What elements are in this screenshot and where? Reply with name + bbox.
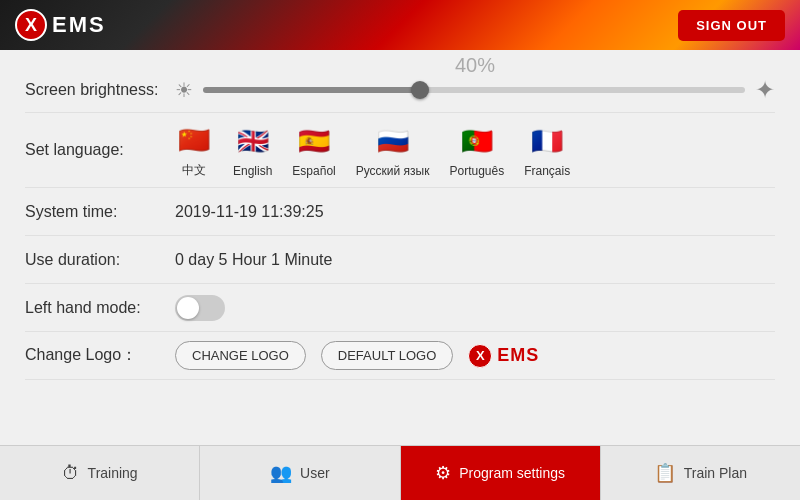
system-time-value: 2019-11-19 11:39:25 bbox=[175, 203, 324, 221]
left-hand-label: Left hand mode: bbox=[25, 299, 175, 317]
brightness-row: Screen brightness: 40% ☀ ✦ bbox=[25, 65, 775, 113]
ems-x-icon-small: X bbox=[468, 344, 492, 368]
nav-user-label: User bbox=[300, 465, 330, 481]
use-duration-value: 0 day 5 Hour 1 Minute bbox=[175, 251, 332, 269]
flag-pt: 🇵🇹 bbox=[458, 123, 496, 161]
flag-ru: 🇷🇺 bbox=[374, 123, 412, 161]
settings-icon: ⚙ bbox=[435, 462, 451, 484]
lang-option-zh[interactable]: 🇨🇳 中文 bbox=[175, 121, 213, 179]
slider-thumb bbox=[411, 81, 429, 99]
lang-option-fr[interactable]: 🇫🇷 Français bbox=[524, 123, 570, 178]
bottom-nav: ⏱ Training 👥 User ⚙ Program settings 📋 T… bbox=[0, 445, 800, 500]
left-hand-row: Left hand mode: bbox=[25, 284, 775, 332]
lang-name-ru: Русский язык bbox=[356, 164, 430, 178]
logo-area: X EMS bbox=[15, 9, 106, 41]
brightness-container: 40% ☀ ✦ bbox=[175, 76, 775, 104]
lang-name-pt: Português bbox=[449, 164, 504, 178]
system-time-label: System time: bbox=[25, 203, 175, 221]
flag-fr: 🇫🇷 bbox=[528, 123, 566, 161]
lang-name-es: Español bbox=[292, 164, 335, 178]
default-logo-button[interactable]: DEFAULT LOGO bbox=[321, 341, 454, 370]
nav-program-settings-label: Program settings bbox=[459, 465, 565, 481]
brightness-value: 40% bbox=[455, 54, 495, 77]
lang-option-ru[interactable]: 🇷🇺 Русский язык bbox=[356, 123, 430, 178]
sign-out-button[interactable]: SIGN OUT bbox=[678, 10, 785, 41]
use-duration-row: Use duration: 0 day 5 Hour 1 Minute bbox=[25, 236, 775, 284]
brightness-label: Screen brightness: bbox=[25, 81, 175, 99]
sun-large-icon: ✦ bbox=[755, 76, 775, 104]
header: X EMS SIGN OUT bbox=[0, 0, 800, 50]
main-content: Screen brightness: 40% ☀ ✦ Set language:… bbox=[0, 50, 800, 445]
ems-text-small: EMS bbox=[497, 345, 539, 366]
user-icon: 👥 bbox=[270, 462, 292, 484]
sun-small-icon: ☀ bbox=[175, 78, 193, 102]
flag-en: 🇬🇧 bbox=[234, 123, 272, 161]
toggle-knob bbox=[177, 297, 199, 319]
lang-name-zh: 中文 bbox=[182, 162, 206, 179]
language-options: 🇨🇳 中文 🇬🇧 English 🇪🇸 Español 🇷🇺 Русский я… bbox=[175, 121, 570, 179]
change-logo-row: Change Logo： CHANGE LOGO DEFAULT LOGO X … bbox=[25, 332, 775, 380]
train-plan-icon: 📋 bbox=[654, 462, 676, 484]
lang-name-fr: Français bbox=[524, 164, 570, 178]
lang-option-es[interactable]: 🇪🇸 Español bbox=[292, 123, 335, 178]
nav-training-label: Training bbox=[88, 465, 138, 481]
ems-logo-small: X EMS bbox=[468, 344, 539, 368]
brightness-slider[interactable] bbox=[203, 87, 745, 93]
training-icon: ⏱ bbox=[62, 463, 80, 484]
lang-name-en: English bbox=[233, 164, 272, 178]
change-logo-label: Change Logo： bbox=[25, 345, 175, 366]
left-hand-toggle[interactable] bbox=[175, 295, 225, 321]
logo-x-icon: X bbox=[15, 9, 47, 41]
lang-option-pt[interactable]: 🇵🇹 Português bbox=[449, 123, 504, 178]
flag-es: 🇪🇸 bbox=[295, 123, 333, 161]
use-duration-label: Use duration: bbox=[25, 251, 175, 269]
logo-text: EMS bbox=[52, 12, 106, 38]
system-time-row: System time: 2019-11-19 11:39:25 bbox=[25, 188, 775, 236]
change-logo-button[interactable]: CHANGE LOGO bbox=[175, 341, 306, 370]
nav-train-plan[interactable]: 📋 Train Plan bbox=[601, 446, 800, 500]
nav-program-settings[interactable]: ⚙ Program settings bbox=[401, 446, 601, 500]
logo-buttons: CHANGE LOGO DEFAULT LOGO X EMS bbox=[175, 341, 539, 370]
flag-zh: 🇨🇳 bbox=[175, 121, 213, 159]
nav-training[interactable]: ⏱ Training bbox=[0, 446, 200, 500]
nav-train-plan-label: Train Plan bbox=[684, 465, 747, 481]
nav-user[interactable]: 👥 User bbox=[200, 446, 400, 500]
lang-option-en[interactable]: 🇬🇧 English bbox=[233, 123, 272, 178]
language-row: Set language: 🇨🇳 中文 🇬🇧 English 🇪🇸 Españo… bbox=[25, 113, 775, 188]
language-label: Set language: bbox=[25, 141, 175, 159]
